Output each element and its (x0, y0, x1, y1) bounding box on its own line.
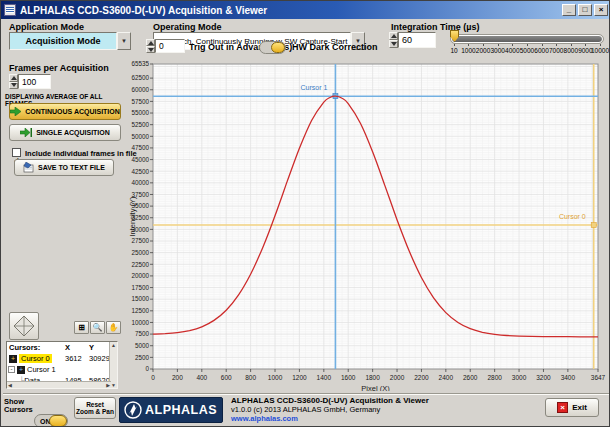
svg-text:600: 600 (221, 374, 232, 381)
svg-text:45000: 45000 (131, 156, 149, 163)
spinner-arrows-icon[interactable] (146, 39, 155, 53)
slider-tick (483, 44, 484, 46)
y-column-header: Y (89, 343, 94, 352)
svg-text:2800: 2800 (487, 374, 502, 381)
close-button[interactable]: × (594, 4, 608, 16)
slider-tick (556, 44, 557, 46)
footer-website-link[interactable]: www.alphalas.com (231, 414, 429, 423)
show-cursors-label: ShowCursors (4, 398, 33, 414)
slider-tick (498, 44, 499, 46)
reset-label-line1: Reset (86, 401, 104, 408)
exit-button[interactable]: × Exit (545, 398, 599, 417)
operating-mode-label: Operating Mode (153, 22, 222, 32)
scroll-up-icon[interactable]: ▲ (111, 342, 116, 348)
svg-text:0: 0 (151, 374, 155, 381)
svg-text:57500: 57500 (131, 98, 149, 105)
cursors-header-label: Cursors: (9, 343, 40, 352)
app-icon (4, 4, 16, 16)
include-frames-checkbox[interactable]: ✓ (12, 148, 21, 157)
zoom-tool-icon[interactable]: 🔍 (90, 321, 105, 334)
svg-text:7500: 7500 (135, 330, 150, 337)
tree-collapse-icon[interactable]: - (8, 366, 15, 373)
application-mode-value: Acquisition Mode (9, 32, 117, 50)
x-column-header: X (65, 343, 70, 352)
intensity-chart[interactable]: 0200400600800100012001400160018002000220… (128, 59, 606, 391)
application-mode-dropdown[interactable]: Acquisition Mode ▼ (9, 32, 131, 50)
cursor0-y: 30929 (89, 354, 110, 363)
scroll-right-icon[interactable]: ▶ (106, 382, 110, 388)
minimize-button[interactable]: _ (562, 4, 576, 16)
cursors-table[interactable]: Cursors: X Y + Cursor 0 3612 30929 - + C… (6, 341, 118, 389)
title-bar[interactable]: ALPHALAS CCD-S3600-D(-UV) Acquisition & … (1, 1, 610, 19)
svg-text:Pixel (X): Pixel (X) (361, 384, 390, 391)
frames-per-acquisition-value[interactable]: 100 (18, 74, 51, 89)
integration-time-slider[interactable]: 1010002000300040005000600070008000900010… (446, 28, 607, 56)
slider-tick-label: 6000 (534, 47, 548, 54)
show-cursors-toggle[interactable]: ON (34, 414, 68, 427)
hw-dark-correction-label: HW Dark Correction (292, 42, 378, 52)
svg-text:2400: 2400 (439, 374, 454, 381)
spinner-arrows-icon[interactable] (389, 32, 398, 48)
separator (3, 393, 609, 395)
frames-per-acquisition-spinner[interactable]: 100 (9, 74, 51, 89)
application-window: ALPHALAS CCD-S3600-D(-UV) Acquisition & … (0, 0, 610, 427)
svg-text:10000: 10000 (131, 319, 149, 326)
svg-text:55000: 55000 (131, 109, 149, 116)
reset-zoom-pan-button[interactable]: Reset Zoom & Pan (74, 397, 116, 419)
footer-info: ALPHALAS CCD-S3600-D(-UV) Acquisition & … (231, 396, 429, 423)
table-row[interactable]: + Cursor 0 3612 30929 (7, 353, 117, 364)
svg-text:60000: 60000 (131, 86, 149, 93)
continuous-acquisition-label: CONTINUOUS ACQUISITION (25, 108, 120, 115)
cursor1-name[interactable]: Cursor 1 (27, 365, 56, 374)
alphalas-logo: ALPHALAS (119, 397, 223, 423)
svg-text:200: 200 (172, 374, 183, 381)
alphalas-logo-text: ALPHALAS (145, 403, 217, 417)
single-acquisition-button[interactable]: SINGLE ACQUISITION (9, 124, 121, 141)
frames-per-acquisition-label: Frames per Acquisition (9, 63, 109, 73)
spinner-arrows-icon[interactable] (9, 74, 18, 89)
pan-tool-icon[interactable]: ✋ (106, 321, 121, 334)
svg-text:400: 400 (196, 374, 207, 381)
footer-title: ALPHALAS CCD-S3600-D(-UV) Acquisition & … (231, 396, 429, 405)
svg-text:1200: 1200 (292, 374, 307, 381)
svg-text:50000: 50000 (131, 133, 149, 140)
table-row[interactable]: - + Cursor 1 (7, 364, 117, 375)
save-to-text-file-button[interactable]: SAVE TO TEXT FILE (14, 159, 114, 176)
svg-text:22500: 22500 (131, 261, 149, 268)
cursor0-name[interactable]: Cursor 0 (19, 354, 52, 363)
exit-label: Exit (572, 403, 587, 412)
svg-text:3647: 3647 (591, 374, 606, 381)
slider-tick (571, 44, 572, 46)
slider-track[interactable] (451, 35, 603, 43)
cursor-mover-button[interactable] (9, 312, 39, 340)
crosshair-tool-icon[interactable]: ⊞ (74, 321, 89, 334)
table-horizontal-scrollbar[interactable]: ◀▶ (7, 381, 111, 388)
scroll-left-icon[interactable]: ◀ (8, 382, 12, 388)
slider-scale: 1010002000300040005000600070008000900010… (446, 44, 607, 56)
slider-tick-label: 7000 (549, 47, 563, 54)
cursors-table-header: Cursors: X Y (7, 342, 117, 353)
footer-version: v1.0.0 (c) 2013 ALPHALAS GmbH, Germany (231, 405, 429, 414)
svg-text:0: 0 (145, 365, 149, 372)
svg-text:Cursor 0: Cursor 0 (559, 213, 586, 220)
graph-tool-palette: ⊞ 🔍 ✋ (74, 321, 121, 334)
hw-dark-correction-toggle[interactable] (259, 41, 286, 54)
integration-time-value[interactable]: 60 (398, 32, 436, 48)
svg-text:2600: 2600 (463, 374, 478, 381)
single-acquisition-label: SINGLE ACQUISITION (36, 129, 110, 136)
diamond-pad-icon (13, 315, 35, 337)
save-file-icon (23, 162, 34, 173)
continuous-acquisition-button[interactable]: CONTINUOUS ACQUISITION (9, 103, 121, 120)
svg-text:Intensity (Y): Intensity (Y) (128, 196, 137, 237)
save-to-text-file-label: SAVE TO TEXT FILE (38, 164, 105, 171)
chevron-down-icon[interactable]: ▼ (117, 32, 131, 50)
trig-out-value[interactable]: 0 (155, 39, 185, 53)
scroll-down-icon[interactable]: ▼ (111, 382, 116, 388)
slider-tick (542, 44, 543, 46)
maximize-button[interactable]: □ (578, 4, 592, 16)
trig-out-spinner[interactable]: 0 (146, 39, 185, 53)
svg-text:3200: 3200 (536, 374, 551, 381)
svg-text:3000: 3000 (512, 374, 527, 381)
svg-text:15000: 15000 (131, 295, 149, 302)
integration-time-spinner[interactable]: 60 (389, 32, 436, 48)
